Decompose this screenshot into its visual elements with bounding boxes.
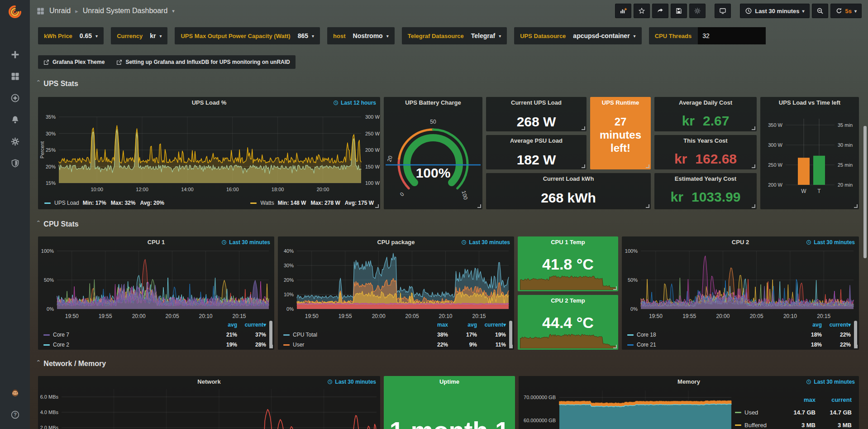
legend-series-name[interactable]: Core 7 bbox=[43, 332, 208, 338]
ups-load-time-bar-chart[interactable]: 350 W35 min300 W30 min250 W25 min200 W20… bbox=[760, 108, 859, 208]
sidebar-item-configuration[interactable] bbox=[0, 130, 30, 152]
dashboard-settings-button[interactable] bbox=[689, 4, 706, 18]
legend-series-name[interactable]: Core 21 bbox=[627, 342, 793, 348]
legend-header-avg[interactable]: avg bbox=[793, 322, 822, 328]
panel-ups-battery-charge: UPS Battery Charge 02050100100% bbox=[384, 97, 482, 209]
svg-text:50: 50 bbox=[430, 119, 436, 125]
legend-series-name[interactable]: Used bbox=[735, 409, 779, 416]
panel-title[interactable]: Estimated Yearly Cost bbox=[654, 173, 757, 184]
chevron-down-icon[interactable]: ▾ bbox=[172, 8, 175, 14]
panel-title[interactable]: This Years Cost bbox=[654, 135, 757, 146]
cycle-view-button[interactable] bbox=[715, 4, 731, 18]
panel-title[interactable]: Uptime bbox=[384, 376, 515, 387]
ups-load-chart[interactable]: 35%300 W30%250 W25%200 W20%150 W15%100 W… bbox=[38, 108, 380, 198]
zoom-out-icon bbox=[816, 7, 824, 14]
page-title[interactable]: Unraid System Dashboard bbox=[83, 7, 168, 15]
legend-value: 22% bbox=[822, 342, 851, 348]
star-dashboard-button[interactable] bbox=[634, 4, 650, 18]
cpu1-chart[interactable]: 100%50%0%19:5019:5520:0020:0520:1020:15 bbox=[38, 247, 274, 324]
zoom-out-button[interactable] bbox=[812, 4, 828, 18]
dashboard-icon[interactable] bbox=[36, 7, 45, 15]
gear-icon bbox=[10, 137, 20, 146]
sidebar-item-help[interactable]: ? bbox=[0, 404, 30, 425]
section-network-memory[interactable]: ˆ Network / Memory bbox=[37, 360, 106, 368]
legend-series-name[interactable]: Buffered bbox=[735, 422, 779, 429]
cpu-threads-input[interactable] bbox=[698, 27, 766, 44]
breadcrumb-folder[interactable]: Unraid bbox=[49, 7, 71, 15]
svg-text:6.0 MBs: 6.0 MBs bbox=[40, 394, 59, 400]
chevron-down-icon: ▾ bbox=[854, 9, 857, 14]
legend-value: 14.7 GB bbox=[816, 409, 852, 416]
link-grafana-plex-theme[interactable]: Grafana Plex Theme bbox=[43, 59, 105, 65]
sidebar-item-explore[interactable] bbox=[0, 87, 30, 109]
network-chart[interactable]: 6.0 MBs4.0 MBs2.0 MBs bbox=[38, 387, 380, 429]
legend-header-max[interactable]: max bbox=[779, 396, 816, 403]
add-panel-button[interactable] bbox=[615, 4, 631, 18]
legend-header-avg[interactable]: avg bbox=[208, 322, 237, 328]
svg-text:T: T bbox=[817, 188, 821, 194]
legend-scrollbar[interactable] bbox=[509, 321, 512, 348]
clock-icon bbox=[461, 240, 467, 245]
panel-title[interactable]: UPS Runtime bbox=[590, 97, 651, 108]
legend-header-current[interactable]: current▾ bbox=[237, 322, 266, 328]
panel-title[interactable]: Average PSU Load bbox=[486, 135, 587, 146]
panel-title[interactable]: UPS Battery Charge bbox=[384, 97, 482, 108]
variable-telegraf-datasource[interactable]: Telegraf Datasource Telegraf▾ bbox=[402, 27, 507, 44]
legend-row: Buffered3 MB3 MB bbox=[735, 419, 852, 429]
save-icon bbox=[675, 7, 682, 14]
legend-value: 3 MB bbox=[816, 422, 852, 429]
svg-text:70.000000 GB: 70.000000 GB bbox=[524, 395, 556, 400]
variable-kwh-price[interactable]: kWh Price 0.65▾ bbox=[38, 27, 104, 44]
variable-ups-max-output[interactable]: UPS Max Output Power Capacity (Watt) 865… bbox=[175, 27, 320, 44]
section-ups-stats[interactable]: ˆ UPS Stats bbox=[37, 80, 78, 88]
legend-scrollbar[interactable] bbox=[854, 321, 857, 348]
legend-series-name[interactable]: User bbox=[283, 342, 419, 348]
sidebar-item-create[interactable] bbox=[0, 43, 30, 65]
share-dashboard-button[interactable] bbox=[652, 4, 668, 18]
legend-series-name[interactable]: Watts bbox=[260, 200, 274, 206]
variable-host[interactable]: host Nostromo▾ bbox=[327, 27, 395, 44]
panel-title[interactable]: Current UPS Load bbox=[486, 97, 587, 108]
legend-series-name[interactable]: Core 18 bbox=[627, 332, 793, 338]
gear-icon bbox=[694, 7, 701, 14]
cpu2-chart[interactable]: 100%50%0%19:5019:5520:0020:0520:1020:15 bbox=[622, 247, 859, 324]
panel-title[interactable]: UPS Load % bbox=[38, 97, 380, 108]
variable-currency[interactable]: Currency kr▾ bbox=[111, 27, 167, 44]
cpu-package-chart[interactable]: 40%30%20%10%0%19:5019:5520:0020:0520:102… bbox=[278, 247, 514, 324]
legend-header-max[interactable]: max bbox=[419, 322, 448, 328]
panel-title[interactable]: CPU 1 Temp bbox=[518, 236, 618, 248]
svg-text:20 min: 20 min bbox=[838, 182, 853, 188]
svg-text:200 W: 200 W bbox=[768, 182, 782, 188]
svg-text:150 W: 150 W bbox=[365, 164, 380, 169]
legend-header-current[interactable]: current▾ bbox=[477, 322, 506, 328]
svg-text:20:00: 20:00 bbox=[716, 313, 730, 319]
refresh-button[interactable]: 5s ▾ bbox=[830, 4, 862, 18]
sidebar-item-profile[interactable] bbox=[0, 382, 30, 404]
legend-series-name[interactable]: Core 2 bbox=[43, 342, 208, 348]
legend-series-name[interactable]: CPU Total bbox=[283, 332, 419, 338]
variable-ups-datasource[interactable]: UPS Datasource apcupsd-container▾ bbox=[514, 27, 641, 44]
sidebar-item-dashboards[interactable] bbox=[0, 65, 30, 87]
legend-series-name[interactable]: UPS Load bbox=[54, 200, 79, 206]
refresh-interval-label[interactable]: 5s bbox=[845, 8, 852, 14]
time-picker-button[interactable]: Last 30 minutes ▾ bbox=[740, 4, 809, 18]
grafana-logo[interactable] bbox=[0, 0, 30, 24]
save-dashboard-button[interactable] bbox=[671, 4, 687, 18]
svg-text:20:10: 20:10 bbox=[783, 313, 797, 319]
panel-title[interactable]: Current Load kWh bbox=[486, 173, 651, 184]
panel-this-years-cost: This Years Cost kr162.68 bbox=[654, 135, 757, 169]
sidebar-item-server-admin[interactable] bbox=[0, 152, 30, 174]
legend-scrollbar[interactable] bbox=[269, 321, 272, 348]
page-scrollbar[interactable] bbox=[863, 126, 867, 258]
panel-network: Network Last 30 minutes 6.0 MBs4.0 MBs2.… bbox=[38, 376, 380, 429]
link-ups-monitoring-guide[interactable]: Setting up Grafana and InfluxDB for UPS … bbox=[116, 59, 290, 65]
panel-cpu1: CPU 1 Last 30 minutes 100%50%0%19:5019:5… bbox=[38, 236, 274, 350]
section-cpu-stats[interactable]: ˆ CPU Stats bbox=[37, 220, 79, 228]
legend-header-current[interactable]: current bbox=[816, 396, 852, 403]
legend-header-current[interactable]: current▾ bbox=[822, 322, 851, 328]
panel-title[interactable]: Average Daily Cost bbox=[654, 97, 757, 108]
panel-title[interactable]: UPS Load vs Time left bbox=[760, 97, 859, 108]
sidebar-item-alerting[interactable] bbox=[0, 109, 30, 130]
panel-title[interactable]: CPU 2 Temp bbox=[518, 295, 618, 306]
legend-header-avg[interactable]: avg bbox=[448, 322, 477, 328]
